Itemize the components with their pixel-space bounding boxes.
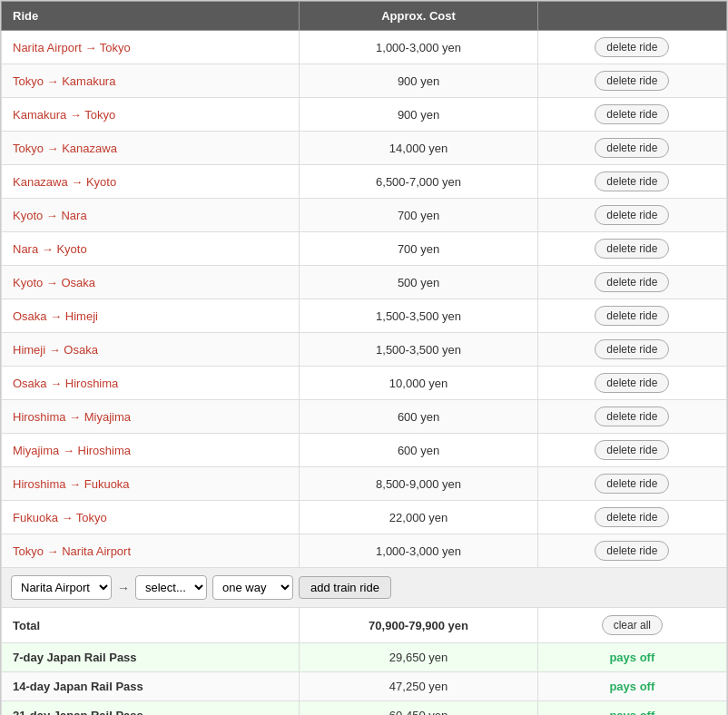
table-row: Tokyo → Kanazawa14,000 yendelete ride [2, 132, 727, 165]
table-row: Kyoto → Osaka500 yendelete ride [2, 266, 727, 299]
delete-ride-button[interactable]: delete ride [595, 406, 669, 426]
ride-cost-cell: 600 yen [300, 400, 537, 434]
ride-cost-cell: 1,000-3,000 yen [300, 534, 537, 568]
ride-action-cell: delete ride [537, 534, 726, 568]
ride-cost-cell: 1,500-3,500 yen [300, 299, 537, 333]
table-row: Tokyo → Narita Airport1,000-3,000 yendel… [2, 534, 727, 568]
pass-name-cell: 21-day Japan Rail Pass [2, 701, 300, 716]
ride-name-cell: Kyoto → Nara [2, 199, 300, 232]
delete-ride-button[interactable]: delete ride [595, 440, 669, 460]
ride-action-cell: delete ride [537, 400, 726, 434]
pass-row: 14-day Japan Rail Pass47,250 yenpays off [2, 672, 727, 701]
add-train-ride-button[interactable]: add train ride [299, 576, 391, 599]
ride-cost-cell: 700 yen [300, 232, 537, 266]
ride-name-cell: Himeji → Osaka [2, 333, 300, 367]
rides-table: Ride Approx. Cost Narita Airport → Tokyo… [1, 1, 727, 715]
ride-cost-cell: 900 yen [300, 98, 537, 132]
delete-ride-button[interactable]: delete ride [595, 272, 669, 292]
delete-ride-button[interactable]: delete ride [595, 104, 669, 124]
pass-name-cell: 7-day Japan Rail Pass [2, 643, 300, 672]
ride-action-cell: delete ride [537, 299, 726, 333]
from-station-select[interactable]: Narita Airport [11, 575, 112, 600]
ride-action-cell: delete ride [537, 501, 726, 534]
delete-ride-button[interactable]: delete ride [595, 138, 669, 158]
ride-name-cell: Kanazawa → Kyoto [2, 165, 300, 199]
ride-name-cell: Hiroshima → Miyajima [2, 400, 300, 434]
pass-status-cell: pays off [537, 701, 726, 716]
delete-ride-button[interactable]: delete ride [595, 37, 669, 57]
total-action-cell: clear all [537, 608, 726, 643]
main-container: Ride Approx. Cost Narita Airport → Tokyo… [0, 0, 728, 715]
pass-row: 7-day Japan Rail Pass29,650 yenpays off [2, 643, 727, 672]
ride-action-cell: delete ride [537, 434, 726, 467]
delete-ride-button[interactable]: delete ride [595, 71, 669, 91]
ride-cost-cell: 6,500-7,000 yen [300, 165, 537, 199]
table-row: Miyajima → Hiroshima600 yendelete ride [2, 434, 727, 467]
ride-cost-cell: 1,500-3,500 yen [300, 333, 537, 367]
delete-ride-button[interactable]: delete ride [595, 507, 669, 527]
ride-name-cell: Kamakura → Tokyo [2, 98, 300, 132]
delete-ride-button[interactable]: delete ride [595, 541, 669, 561]
delete-ride-button[interactable]: delete ride [595, 239, 669, 259]
table-row: Tokyo → Kamakura900 yendelete ride [2, 64, 727, 98]
delete-ride-button[interactable]: delete ride [595, 205, 669, 225]
ride-action-cell: delete ride [537, 199, 726, 232]
table-row: Kyoto → Nara700 yendelete ride [2, 199, 727, 232]
ride-action-cell: delete ride [537, 333, 726, 367]
total-cost: 70,900-79,900 yen [300, 608, 537, 643]
pass-cost-cell: 29,650 yen [300, 643, 537, 672]
table-row: Hiroshima → Miyajima600 yendelete ride [2, 400, 727, 434]
ride-action-cell: delete ride [537, 64, 726, 98]
ride-name-cell: Kyoto → Osaka [2, 266, 300, 299]
ride-name-cell: Nara → Kyoto [2, 232, 300, 266]
pass-status-cell: pays off [537, 672, 726, 701]
ride-action-cell: delete ride [537, 31, 726, 64]
ride-action-cell: delete ride [537, 232, 726, 266]
table-row: Hiroshima → Fukuoka8,500-9,000 yendelete… [2, 467, 727, 501]
ride-action-cell: delete ride [537, 132, 726, 165]
ride-name-cell: Hiroshima → Fukuoka [2, 467, 300, 501]
pass-name-cell: 14-day Japan Rail Pass [2, 672, 300, 701]
ride-action-cell: delete ride [537, 467, 726, 501]
ride-name-cell: Tokyo → Kanazawa [2, 132, 300, 165]
ride-action-cell: delete ride [537, 98, 726, 132]
table-row: Narita Airport → Tokyo1,000-3,000 yendel… [2, 31, 727, 64]
ride-cost-cell: 22,000 yen [300, 501, 537, 534]
ride-cost-cell: 14,000 yen [300, 132, 537, 165]
delete-ride-button[interactable]: delete ride [595, 171, 669, 191]
add-ride-cell: Narita Airport→select...one wayround tri… [2, 568, 727, 608]
ride-cost-cell: 600 yen [300, 434, 537, 467]
ride-cost-cell: 8,500-9,000 yen [300, 467, 537, 501]
col-cost-header: Approx. Cost [300, 2, 537, 31]
col-ride-header: Ride [2, 2, 300, 31]
add-ride-row: Narita Airport→select...one wayround tri… [2, 568, 727, 608]
ride-cost-cell: 1,000-3,000 yen [300, 31, 537, 64]
delete-ride-button[interactable]: delete ride [595, 373, 669, 393]
ride-name-cell: Tokyo → Narita Airport [2, 534, 300, 568]
pass-cost-cell: 60,450 yen [300, 701, 537, 716]
rides-body: Narita Airport → Tokyo1,000-3,000 yendel… [2, 31, 727, 716]
table-row: Osaka → Hiroshima10,000 yendelete ride [2, 367, 727, 400]
pass-row: 21-day Japan Rail Pass60,450 yenpays off [2, 701, 727, 716]
to-station-select[interactable]: select... [135, 575, 207, 600]
table-row: Kamakura → Tokyo900 yendelete ride [2, 98, 727, 132]
delete-ride-button[interactable]: delete ride [595, 339, 669, 359]
table-row: Osaka → Himeji1,500-3,500 yendelete ride [2, 299, 727, 333]
delete-ride-button[interactable]: delete ride [595, 474, 669, 494]
delete-ride-button[interactable]: delete ride [595, 306, 669, 326]
col-action-header [537, 2, 726, 31]
ride-name-cell: Fukuoka → Tokyo [2, 501, 300, 534]
total-row: Total70,900-79,900 yenclear all [2, 608, 727, 643]
ride-cost-cell: 700 yen [300, 199, 537, 232]
ride-action-cell: delete ride [537, 266, 726, 299]
table-row: Nara → Kyoto700 yendelete ride [2, 232, 727, 266]
ride-cost-cell: 10,000 yen [300, 367, 537, 400]
ride-name-cell: Narita Airport → Tokyo [2, 31, 300, 64]
table-row: Himeji → Osaka1,500-3,500 yendelete ride [2, 333, 727, 367]
ride-action-cell: delete ride [537, 367, 726, 400]
direction-select[interactable]: one wayround trip [212, 575, 293, 600]
ride-cost-cell: 500 yen [300, 266, 537, 299]
clear-all-button[interactable]: clear all [602, 615, 663, 635]
ride-name-cell: Osaka → Hiroshima [2, 367, 300, 400]
ride-name-cell: Tokyo → Kamakura [2, 64, 300, 98]
